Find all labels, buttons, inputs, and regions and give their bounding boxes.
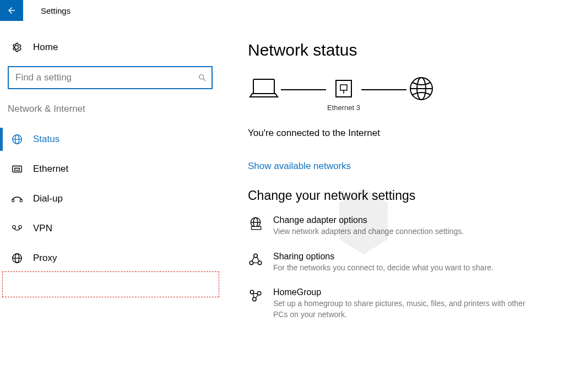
- svg-rect-18: [336, 80, 351, 97]
- vpn-icon: [11, 224, 23, 233]
- sidebar: Home Network & Internet Status Ethernet: [0, 21, 220, 334]
- setting-title: Change adapter options: [273, 215, 464, 225]
- setting-desc: For the networks you connect to, decide …: [273, 263, 494, 274]
- sidebar-home-label: Home: [33, 42, 58, 53]
- svg-point-29: [250, 261, 253, 265]
- setting-title: HomeGroup: [273, 287, 538, 297]
- sidebar-home[interactable]: Home: [0, 36, 220, 58]
- svg-point-30: [258, 261, 262, 265]
- sidebar-item-label: Ethernet: [33, 164, 68, 175]
- sidebar-item-proxy[interactable]: Proxy: [0, 243, 220, 273]
- svg-rect-10: [12, 199, 14, 202]
- setting-desc: Set up a homegroup to share pictures, mu…: [273, 298, 538, 320]
- globe-icon: [11, 252, 23, 264]
- connection-status: You're connected to the Internet: [248, 128, 558, 139]
- main-content: Network status Ethernet 3: [220, 21, 564, 334]
- adapter-options-icon: [248, 215, 263, 231]
- laptop-icon: [248, 77, 280, 100]
- sidebar-category: Network & Internet: [8, 104, 220, 115]
- svg-point-13: [19, 226, 22, 229]
- connection-line: [281, 89, 326, 90]
- sidebar-item-label: Proxy: [33, 253, 57, 264]
- setting-homegroup[interactable]: HomeGroup Set up a homegroup to share pi…: [248, 287, 558, 320]
- svg-rect-11: [20, 199, 23, 202]
- globe-large-icon: [408, 75, 435, 102]
- show-networks-link[interactable]: Show available networks: [248, 161, 351, 172]
- svg-point-12: [13, 226, 16, 229]
- search-icon: [197, 73, 207, 83]
- sidebar-item-label: Status: [33, 134, 59, 145]
- setting-adapter-options[interactable]: Change adapter options View network adap…: [248, 215, 558, 237]
- sidebar-item-label: Dial-up: [33, 193, 63, 204]
- ethernet-icon: [11, 163, 23, 175]
- sidebar-item-label: VPN: [33, 223, 52, 234]
- status-icon: [11, 133, 23, 145]
- svg-rect-19: [340, 85, 347, 90]
- sharing-icon: [248, 252, 263, 267]
- sidebar-item-vpn[interactable]: VPN: [0, 214, 220, 243]
- network-diagram: Ethernet 3: [248, 75, 558, 116]
- arrow-left-icon: [7, 6, 17, 15]
- setting-desc: View network adapters and change connect…: [273, 226, 464, 237]
- svg-point-32: [257, 292, 261, 296]
- diagram-caption: Ethernet 3: [327, 104, 360, 113]
- window-header: Settings: [0, 0, 564, 21]
- gear-icon: [11, 42, 22, 53]
- setting-title: Sharing options: [273, 252, 494, 262]
- svg-rect-27: [251, 226, 261, 229]
- page-heading: Network status: [248, 41, 558, 59]
- window-title: Settings: [41, 6, 70, 15]
- svg-line-1: [203, 79, 205, 81]
- sidebar-item-dialup[interactable]: Dial-up: [0, 184, 220, 214]
- sidebar-item-ethernet[interactable]: Ethernet: [0, 154, 220, 184]
- section-heading: Change your network settings: [248, 188, 558, 203]
- search-wrap: [8, 66, 213, 89]
- svg-point-0: [199, 75, 204, 79]
- connection-line: [361, 89, 406, 90]
- back-button[interactable]: [0, 0, 23, 21]
- sidebar-item-status[interactable]: Status: [0, 124, 220, 154]
- setting-sharing-options[interactable]: Sharing options For the networks you con…: [248, 252, 558, 274]
- search-input[interactable]: [8, 66, 213, 89]
- homegroup-icon: [248, 287, 263, 303]
- adapter-icon: [332, 77, 356, 100]
- svg-rect-17: [253, 79, 274, 94]
- dialup-icon: [11, 194, 23, 203]
